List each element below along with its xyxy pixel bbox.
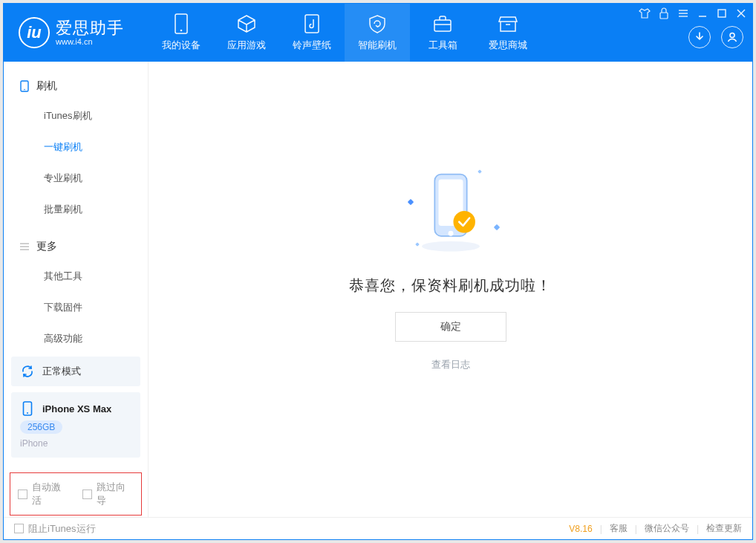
sidebar-group-flash: 刷机 bbox=[4, 72, 148, 100]
body-area: 刷机 iTunes刷机 一键刷机 专业刷机 批量刷机 更多 其他工具 下载固件 … bbox=[4, 62, 752, 517]
sidebar-item-pro-flash[interactable]: 专业刷机 bbox=[4, 163, 148, 194]
app-subtitle: www.i4.cn bbox=[56, 37, 124, 46]
version-label: V8.16 bbox=[569, 524, 592, 534]
customer-service-link[interactable]: 客服 bbox=[610, 522, 628, 535]
tab-apps-games[interactable]: 应用游戏 bbox=[214, 4, 279, 62]
ok-button[interactable]: 确定 bbox=[395, 312, 506, 342]
statusbar: 阻止iTunes运行 V8.16 | 客服 | 微信公众号 | 检查更新 bbox=[4, 517, 752, 539]
tab-label: 智能刷机 bbox=[358, 39, 397, 52]
separator: | bbox=[600, 524, 602, 534]
titlebar-right-buttons bbox=[688, 26, 743, 48]
success-message: 恭喜您，保资料刷机成功啦！ bbox=[349, 276, 552, 296]
shirt-icon[interactable] bbox=[638, 7, 651, 20]
main-content: 恭喜您，保资料刷机成功啦！ 确定 查看日志 bbox=[149, 62, 752, 517]
separator: | bbox=[697, 524, 699, 534]
device-mode-box[interactable]: 正常模式 bbox=[11, 357, 140, 386]
checkbox-auto-activate[interactable]: 自动激活 bbox=[18, 481, 69, 507]
user-button[interactable] bbox=[721, 26, 743, 48]
sidebar-group-label: 刷机 bbox=[36, 79, 57, 93]
titlebar: iu 爱思助手 www.i4.cn 我的设备 应用游戏 铃声壁纸 智能刷机 bbox=[4, 4, 752, 62]
download-button[interactable] bbox=[688, 26, 711, 48]
list-icon bbox=[19, 241, 30, 253]
tab-toolbox[interactable]: 工具箱 bbox=[410, 4, 475, 62]
logo-icon: iu bbox=[19, 17, 50, 48]
tab-label: 应用游戏 bbox=[227, 39, 266, 52]
tab-label: 工具箱 bbox=[428, 39, 457, 52]
music-file-icon bbox=[302, 13, 322, 34]
tab-store[interactable]: 爱思商城 bbox=[475, 4, 541, 62]
device-type: iPhone bbox=[20, 438, 48, 449]
toolbox-icon bbox=[432, 13, 453, 34]
menu-icon[interactable] bbox=[677, 7, 690, 20]
tab-my-device[interactable]: 我的设备 bbox=[149, 4, 214, 62]
close-button[interactable] bbox=[734, 7, 748, 20]
tab-smart-flash[interactable]: 智能刷机 bbox=[345, 4, 410, 62]
sidebar-item-itunes-flash[interactable]: iTunes刷机 bbox=[4, 100, 148, 131]
sidebar-item-batch-flash[interactable]: 批量刷机 bbox=[4, 194, 148, 225]
device-panels: 正常模式 iPhone XS Max 256GB iPhone bbox=[4, 357, 148, 471]
device-capacity-badge: 256GB bbox=[20, 420, 62, 434]
checkbox-icon bbox=[14, 524, 24, 533]
svg-point-21 bbox=[422, 241, 480, 252]
phone-icon bbox=[171, 13, 192, 34]
tab-label: 我的设备 bbox=[162, 39, 201, 52]
app-window: iu 爱思助手 www.i4.cn 我的设备 应用游戏 铃声壁纸 智能刷机 bbox=[3, 3, 753, 540]
logo-area: iu 爱思助手 www.i4.cn bbox=[4, 17, 149, 48]
svg-rect-2 bbox=[305, 15, 319, 33]
sidebar-item-advanced[interactable]: 高级功能 bbox=[4, 323, 148, 354]
svg-rect-3 bbox=[434, 20, 451, 31]
device-info-box[interactable]: iPhone XS Max 256GB iPhone bbox=[11, 392, 140, 458]
device-mode-label: 正常模式 bbox=[42, 365, 81, 378]
phone-small-icon bbox=[19, 80, 30, 92]
window-controls-top bbox=[638, 7, 748, 20]
minimize-button[interactable] bbox=[696, 7, 709, 20]
tab-label: 铃声壁纸 bbox=[293, 39, 331, 52]
sidebar: 刷机 iTunes刷机 一键刷机 专业刷机 批量刷机 更多 其他工具 下载固件 … bbox=[4, 62, 149, 517]
checkbox-icon bbox=[82, 490, 92, 499]
view-log-link[interactable]: 查看日志 bbox=[431, 358, 470, 371]
highlighted-options-box: 自动激活 跳过向导 bbox=[10, 472, 142, 516]
svg-point-25 bbox=[453, 211, 475, 233]
success-illustration bbox=[403, 163, 499, 259]
app-title: 爱思助手 bbox=[56, 19, 124, 37]
tab-ringtone-wallpaper[interactable]: 铃声壁纸 bbox=[279, 4, 345, 62]
maximize-button[interactable] bbox=[715, 7, 729, 20]
svg-point-15 bbox=[24, 89, 25, 91]
checkbox-icon bbox=[18, 490, 27, 499]
checkbox-label: 跳过向导 bbox=[97, 481, 134, 507]
check-update-link[interactable]: 检查更新 bbox=[706, 522, 742, 535]
tab-label: 爱思商城 bbox=[489, 39, 527, 52]
wechat-link[interactable]: 微信公众号 bbox=[645, 522, 689, 535]
svg-rect-5 bbox=[660, 13, 668, 19]
shield-refresh-icon bbox=[367, 13, 388, 34]
sidebar-item-other-tools[interactable]: 其他工具 bbox=[4, 261, 148, 292]
svg-point-20 bbox=[27, 412, 28, 414]
cube-icon bbox=[236, 13, 257, 34]
sidebar-group-more: 更多 bbox=[4, 233, 148, 261]
checkbox-block-itunes[interactable]: 阻止iTunes运行 bbox=[14, 522, 96, 536]
sidebar-item-onekey-flash[interactable]: 一键刷机 bbox=[4, 131, 148, 163]
svg-point-24 bbox=[448, 231, 453, 236]
sidebar-item-download-firmware[interactable]: 下载固件 bbox=[4, 292, 148, 323]
checkbox-label: 自动激活 bbox=[32, 481, 69, 507]
svg-point-13 bbox=[730, 33, 734, 38]
separator: | bbox=[635, 524, 637, 534]
lock-icon[interactable] bbox=[657, 7, 671, 20]
sidebar-group-label: 更多 bbox=[36, 240, 57, 253]
sync-icon bbox=[20, 364, 35, 379]
store-icon bbox=[498, 13, 518, 34]
device-name: iPhone XS Max bbox=[42, 403, 111, 414]
checkbox-skip-guide[interactable]: 跳过向导 bbox=[82, 481, 134, 507]
top-tabs: 我的设备 应用游戏 铃声壁纸 智能刷机 工具箱 爱思商城 bbox=[149, 4, 541, 62]
svg-rect-10 bbox=[718, 10, 726, 17]
svg-point-1 bbox=[180, 30, 183, 32]
phone-icon bbox=[20, 401, 35, 416]
checkbox-label: 阻止iTunes运行 bbox=[28, 522, 96, 536]
